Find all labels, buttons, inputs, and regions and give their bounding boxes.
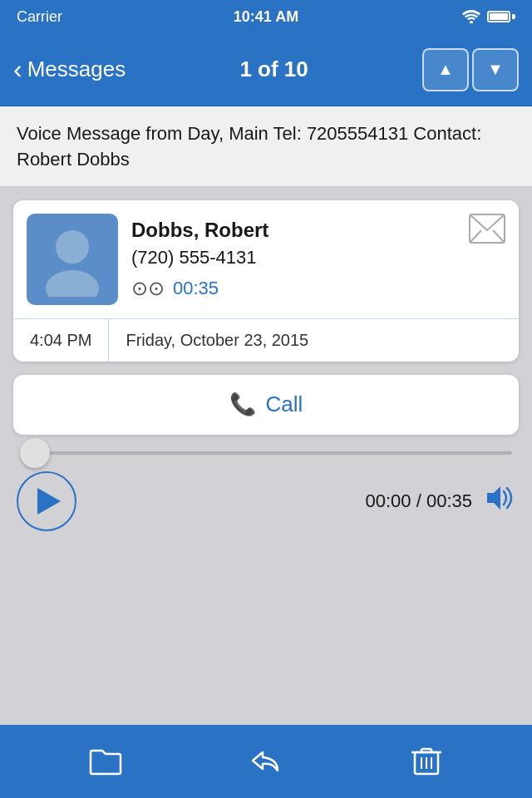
voicemail-duration: 00:35 (173, 278, 219, 299)
reply-icon (249, 747, 283, 776)
message-header: Voice Message from Day, Main Tel: 720555… (0, 106, 532, 187)
play-button[interactable] (17, 471, 76, 531)
up-arrow-icon: ▲ (437, 60, 454, 79)
audio-controls: 00:00 / 00:35 (17, 471, 515, 531)
status-icons (462, 10, 515, 23)
volume-svg (485, 485, 515, 511)
slider-track[interactable] (20, 451, 512, 455)
trash-button[interactable] (401, 736, 451, 786)
back-button[interactable]: ‹ Messages (13, 57, 126, 82)
contact-phone: (720) 555-4131 (131, 247, 505, 268)
contact-name: Dobbs, Robert (131, 219, 505, 242)
audio-slider[interactable] (17, 451, 515, 455)
page-indicator: 1 of 10 (239, 57, 308, 82)
trash-icon (411, 746, 441, 777)
contact-card-top: Dobbs, Robert (720) 555-4131 ⊙⊙ 00:35 (13, 200, 519, 318)
total-time: 00:35 (426, 490, 472, 511)
svg-point-0 (470, 21, 473, 23)
message-date: Friday, October 23, 2015 (109, 319, 325, 362)
status-time: 10:41 AM (234, 8, 298, 26)
back-label: Messages (27, 57, 126, 82)
slider-thumb[interactable] (20, 438, 50, 468)
contact-info: Dobbs, Robert (720) 555-4131 ⊙⊙ 00:35 (131, 219, 505, 300)
audio-time: 00:00 / 00:35 (76, 490, 485, 512)
folder-icon (89, 747, 122, 776)
call-section[interactable]: 📞 Call (13, 375, 519, 435)
avatar-silhouette-icon (35, 222, 110, 297)
volume-icon[interactable] (485, 485, 515, 517)
contact-card-bottom: 4:04 PM Friday, October 23, 2015 (13, 318, 519, 362)
battery-icon (487, 11, 515, 22)
carrier-label: Carrier (17, 8, 62, 26)
reply-button[interactable] (241, 736, 291, 786)
time-separator: / (416, 490, 421, 511)
audio-section: 00:00 / 00:35 (0, 435, 532, 531)
svg-point-2 (46, 270, 99, 297)
svg-marker-6 (487, 486, 500, 510)
status-bar: Carrier 10:41 AM (0, 0, 532, 33)
svg-point-1 (56, 230, 89, 264)
prev-message-button[interactable]: ▲ (422, 48, 469, 91)
down-arrow-icon: ▼ (487, 60, 504, 79)
back-chevron-icon: ‹ (13, 56, 22, 82)
toolbar (0, 725, 532, 798)
message-header-text: Voice Message from Day, Main Tel: 720555… (17, 123, 481, 170)
nav-arrows: ▲ ▼ (422, 48, 519, 91)
call-button[interactable]: 📞 Call (229, 392, 303, 417)
contact-avatar (27, 214, 118, 305)
folder-button[interactable] (81, 736, 131, 786)
play-icon (37, 488, 61, 515)
contact-card: Dobbs, Robert (720) 555-4131 ⊙⊙ 00:35 4:… (13, 200, 519, 362)
wifi-icon (462, 10, 480, 23)
message-time: 4:04 PM (13, 319, 109, 362)
contact-voicemail: ⊙⊙ 00:35 (131, 277, 505, 300)
nav-bar: ‹ Messages 1 of 10 ▲ ▼ (0, 33, 532, 106)
envelope-icon (469, 214, 505, 244)
call-label: Call (266, 392, 303, 417)
next-message-button[interactable]: ▼ (472, 48, 519, 91)
current-time: 00:00 (366, 490, 411, 511)
phone-icon: 📞 (229, 392, 256, 417)
voicemail-icon: ⊙⊙ (131, 277, 165, 300)
